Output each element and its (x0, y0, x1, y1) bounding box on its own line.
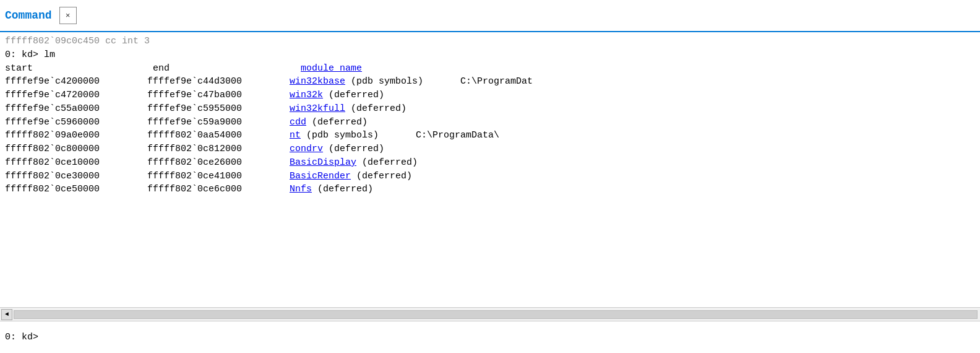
row-end: fffff802`0aa54000 (147, 129, 290, 142)
header-end: end (153, 62, 295, 76)
row-path: C:\ProgramDat (460, 76, 533, 87)
row-status: (deferred) (323, 90, 384, 100)
module-link[interactable]: condrv (290, 144, 323, 154)
row-end: ffffef9e`c47ba000 (147, 89, 290, 102)
rows-container: ffffef9e`c4200000ffffef9e`c44d3000win32k… (5, 75, 975, 196)
module-link[interactable]: cdd (290, 117, 306, 128)
scroll-left-button[interactable]: ◄ (1, 309, 12, 320)
table-row: fffff802`0ce10000fffff802`0ce26000BasicD… (5, 156, 975, 170)
table-row: ffffef9e`c4720000ffffef9e`c47ba000win32k… (5, 89, 975, 102)
row-end: fffff802`0ce26000 (147, 156, 290, 170)
output-area: fffff802`09c0c450 cc int 3 0: kd> lm sta… (0, 32, 980, 307)
command-input-area: 0: kd> (0, 321, 980, 353)
header-start: start (5, 62, 147, 76)
row-path: C:\ProgramData\ (416, 130, 499, 141)
row-status: (deferred) (356, 157, 418, 168)
table-row: fffff802`0ce30000fffff802`0ce41000BasicR… (5, 170, 975, 183)
row-end: fffff802`0ce41000 (147, 170, 290, 183)
window-title: Command (5, 9, 52, 22)
close-button[interactable]: × (59, 7, 77, 24)
row-status: (deferred) (345, 103, 406, 114)
module-link[interactable]: Nnfs (290, 184, 312, 194)
main-area: fffff802`09c0c450 cc int 3 0: kd> lm sta… (0, 32, 980, 353)
module-link[interactable]: nt (290, 130, 301, 141)
row-status: (deferred) (312, 184, 373, 194)
left-arrow-icon: ◄ (5, 311, 9, 318)
module-link[interactable]: win32kbase (290, 76, 345, 87)
row-end: ffffef9e`c59a9000 (147, 116, 290, 129)
horizontal-scrollbar[interactable]: ◄ (0, 307, 980, 321)
title-bar: Command × (0, 0, 980, 32)
module-link[interactable]: win32kfull (290, 103, 345, 114)
row-start: fffff802`0ce50000 (5, 183, 147, 196)
row-start: fffff802`0c800000 (5, 142, 147, 156)
scroll-track[interactable] (14, 310, 978, 319)
command-input[interactable] (41, 332, 975, 342)
row-start: fffff802`0ce30000 (5, 170, 147, 183)
row-status: (pdb symbols) (345, 76, 423, 87)
row-status: (deferred) (323, 144, 384, 154)
header-line: start end module name (5, 62, 975, 76)
row-start: fffff802`0ce10000 (5, 156, 147, 170)
prompt-label: 0: kd> (5, 332, 38, 342)
row-start: ffffef9e`c55a0000 (5, 102, 147, 116)
table-row: ffffef9e`c4200000ffffef9e`c44d3000win32k… (5, 75, 975, 89)
module-link[interactable]: BasicRender (290, 171, 351, 181)
row-end: fffff802`0c812000 (147, 142, 290, 156)
table-row: fffff802`0ce50000fffff802`0ce6c000Nnfs (… (5, 183, 975, 196)
close-icon: × (66, 11, 71, 20)
table-row: ffffef9e`c5960000ffffef9e`c59a9000cdd (d… (5, 116, 975, 129)
row-start: ffffef9e`c4720000 (5, 89, 147, 102)
row-end: fffff802`0ce6c000 (147, 183, 290, 196)
row-start: ffffef9e`c5960000 (5, 116, 147, 129)
row-start: ffffef9e`c4200000 (5, 75, 147, 89)
module-name-link[interactable]: module name (301, 63, 362, 74)
row-start: fffff802`09a0e000 (5, 129, 147, 142)
row-end: ffffef9e`c44d3000 (147, 75, 290, 89)
module-link[interactable]: BasicDisplay (290, 157, 356, 168)
header-module: module name (301, 63, 362, 74)
row-status: (deferred) (306, 117, 368, 128)
command-lm-line: 0: kd> lm (5, 48, 975, 62)
row-status: (pdb symbols) (301, 130, 379, 141)
output-top-line: fffff802`09c0c450 cc int 3 (5, 35, 975, 48)
row-end: ffffef9e`c5955000 (147, 102, 290, 116)
module-link[interactable]: win32k (290, 90, 323, 100)
row-status: (deferred) (351, 171, 412, 181)
table-row: fffff802`0c800000fffff802`0c812000condrv… (5, 142, 975, 156)
table-row: fffff802`09a0e000fffff802`0aa54000nt (pd… (5, 129, 975, 142)
table-row: ffffef9e`c55a0000ffffef9e`c5955000win32k… (5, 102, 975, 116)
